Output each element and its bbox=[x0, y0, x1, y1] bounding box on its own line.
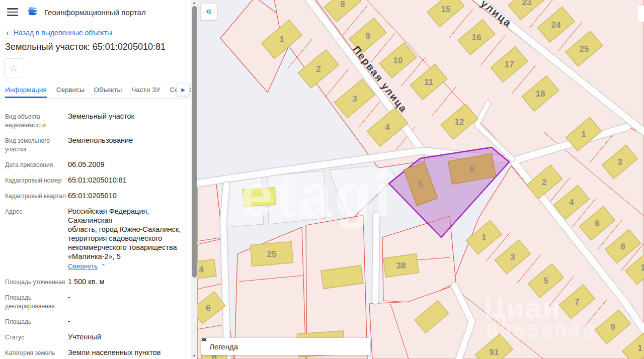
detail-row: Площадь декларированная- bbox=[5, 293, 186, 311]
parcel-number: 6 bbox=[469, 164, 474, 174]
parcel-number: 18 bbox=[536, 89, 545, 99]
parcel-number: 2 bbox=[316, 64, 320, 74]
detail-row: Площадь- bbox=[5, 317, 186, 326]
sidebar: Геоинформационный портал ‹ Назад в выдел… bbox=[0, 0, 191, 359]
parcel-number: 38 bbox=[396, 261, 406, 271]
detail-label: Статус bbox=[5, 332, 68, 342]
parcel-number: 3 bbox=[617, 157, 622, 167]
double-chevron-left-icon: « bbox=[206, 6, 212, 16]
parcel-number: 4 bbox=[199, 265, 204, 275]
parcel-number: 11 bbox=[424, 77, 433, 87]
sidebar-scrollbar[interactable]: ▲ ▼ bbox=[191, 0, 197, 359]
parcel-number: 25 bbox=[267, 249, 277, 259]
object-title: Земельный участок: 65:01:0205010:81 bbox=[5, 42, 184, 52]
detail-label: Дата присвоения bbox=[5, 160, 68, 169]
tabs-scroll-right-button[interactable]: ▶ bbox=[177, 83, 190, 96]
menu-icon[interactable] bbox=[7, 8, 18, 16]
parcel-number: 16 bbox=[472, 33, 481, 42]
detail-value: Земли населенных пунктов bbox=[68, 348, 186, 357]
detail-label: Кадастровый квартал bbox=[5, 191, 68, 201]
back-chevron-icon: ‹ bbox=[7, 29, 9, 36]
scroll-down-icon[interactable]: ▼ bbox=[191, 353, 197, 359]
detail-row: АдресРоссийская Федерация, Сахалинская о… bbox=[5, 207, 186, 271]
watermark-text: etagi bbox=[240, 162, 393, 229]
parcel-number: 1 bbox=[581, 130, 586, 139]
parcel-number: 5 bbox=[418, 180, 423, 189]
back-link[interactable]: ‹ Назад в выделенные объекты bbox=[6, 29, 184, 37]
detail-label: Вид объекта недвижимости bbox=[5, 112, 68, 130]
parcel-number: 4 bbox=[569, 198, 574, 207]
parcel-number: 23 bbox=[522, 0, 532, 7]
geoportal-app: Геоинформационный портал ‹ Назад в выдел… bbox=[0, 0, 644, 359]
tabs: ИнформацияСервисыОбъектыЧасти ЗУСоставГ bbox=[0, 82, 191, 98]
detail-rows: Вид объекта недвижимостиЗемельный участо… bbox=[0, 99, 191, 359]
app-title: Геоинформационный портал bbox=[44, 8, 146, 17]
parcel-number: 24 bbox=[551, 20, 561, 30]
parcel-number: 91 bbox=[490, 347, 499, 357]
parcel-number: 6 bbox=[206, 303, 210, 313]
detail-value: Учтенный bbox=[68, 332, 186, 342]
detail-row: Кадастровый квартал65:01:0205010 bbox=[5, 191, 186, 201]
parcel-number: 6 bbox=[595, 219, 599, 228]
detail-row: Кадастровый номер65:01:0205010:81 bbox=[5, 175, 186, 185]
parcel-number: 10 bbox=[393, 56, 403, 65]
map-control-partial[interactable] bbox=[637, 5, 644, 22]
detail-row: Площадь уточненная1 500 кв. м bbox=[5, 277, 186, 287]
detail-label: Вид земельного участка bbox=[5, 136, 68, 154]
parcel-number: 3 bbox=[352, 94, 357, 104]
detail-value: - bbox=[68, 317, 186, 326]
sidebar-header: Геоинформационный портал bbox=[0, 0, 191, 18]
tab-информация[interactable]: Информация bbox=[5, 82, 47, 98]
detail-row: Вид объекта недвижимостиЗемельный участо… bbox=[5, 112, 186, 130]
detail-row: Вид земельного участкаЗемлепользование bbox=[5, 136, 186, 154]
detail-row: Категория земельЗемли населенных пунктов bbox=[5, 348, 186, 357]
detail-label: Кадастровый номер bbox=[5, 175, 68, 185]
app-logo-icon bbox=[27, 7, 39, 18]
back-link-label: Назад в выделенные объекты bbox=[14, 29, 112, 37]
detail-value: 1 500 кв. м bbox=[68, 277, 186, 287]
parcel-number: 17 bbox=[505, 60, 514, 69]
tab-сервисы[interactable]: Сервисы bbox=[56, 82, 85, 98]
detail-label: Площадь bbox=[5, 317, 68, 326]
parcel-number: 1 bbox=[637, 343, 642, 353]
detail-row: Дата присвоения06.05.2009 bbox=[5, 160, 186, 169]
detail-value: Земельный участок bbox=[68, 112, 186, 130]
detail-label: Площадь уточненная bbox=[5, 277, 68, 287]
tab-объекты[interactable]: Объекты bbox=[94, 82, 122, 98]
arrow-right-icon: ▶ bbox=[181, 87, 185, 93]
map-svg: 1234891011121516171823242513246811357919… bbox=[197, 0, 644, 359]
parcel-number: 9 bbox=[610, 322, 615, 332]
tab-части зу[interactable]: Части ЗУ bbox=[131, 82, 160, 98]
detail-row: СтатусУчтенный bbox=[5, 332, 186, 342]
parcel-number: 8 bbox=[620, 242, 625, 251]
parcel-number: 1 bbox=[640, 263, 644, 273]
parcel-number: 1 bbox=[279, 35, 284, 44]
detail-value: 65:01:0205010 bbox=[68, 191, 186, 201]
favorite-star-button[interactable]: ☆ bbox=[4, 58, 23, 77]
star-icon: ☆ bbox=[9, 62, 18, 74]
legend-label: Легенда bbox=[209, 342, 238, 351]
detail-label: Площадь декларированная bbox=[5, 293, 68, 311]
parcel-number: 5 bbox=[543, 276, 548, 286]
parcel-number: 9 bbox=[365, 31, 370, 41]
road bbox=[223, 185, 227, 359]
parcel-number: 1 bbox=[481, 233, 486, 242]
legend-bar[interactable]: Легенда bbox=[201, 338, 370, 355]
scroll-up-icon[interactable]: ▲ bbox=[191, 0, 197, 6]
watermark-text: Циан bbox=[484, 291, 561, 324]
detail-value: Землепользование bbox=[68, 136, 186, 154]
scrollbar-thumb[interactable] bbox=[192, 6, 197, 278]
map-canvas[interactable]: 1234891011121516171823242513246811357919… bbox=[197, 0, 644, 359]
collapse-address-link[interactable]: Свернуть bbox=[68, 262, 98, 271]
detail-value: 06.05.2009 bbox=[68, 160, 186, 169]
parcel-number: 15 bbox=[441, 5, 451, 14]
sidebar-collapse-button[interactable]: « bbox=[200, 3, 217, 20]
parcel-number: 2 bbox=[542, 177, 546, 187]
detail-value: 65:01:0205010:81 bbox=[68, 175, 186, 185]
parcel-number: 8 bbox=[340, 0, 345, 9]
detail-value: - bbox=[68, 293, 186, 311]
parcel-number: 3 bbox=[510, 252, 515, 262]
detail-value: Российская Федерация, Сахалинская област… bbox=[68, 207, 186, 271]
watermark-text: 83559049 bbox=[487, 320, 596, 342]
tabs-bar: ИнформацияСервисыОбъектыЧасти ЗУСоставГ … bbox=[0, 82, 191, 99]
